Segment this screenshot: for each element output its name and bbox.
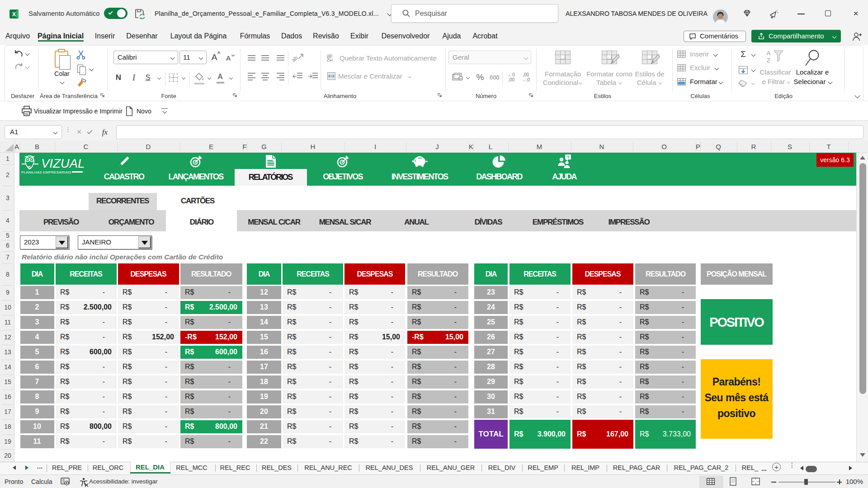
svg-text:?: ?: [567, 155, 570, 160]
svg-text:VIZUAL: VIZUAL: [41, 156, 85, 170]
svg-text:PLANILHAS EMPRESARIAIS: PLANILHAS EMPRESARIAIS: [21, 170, 71, 174]
